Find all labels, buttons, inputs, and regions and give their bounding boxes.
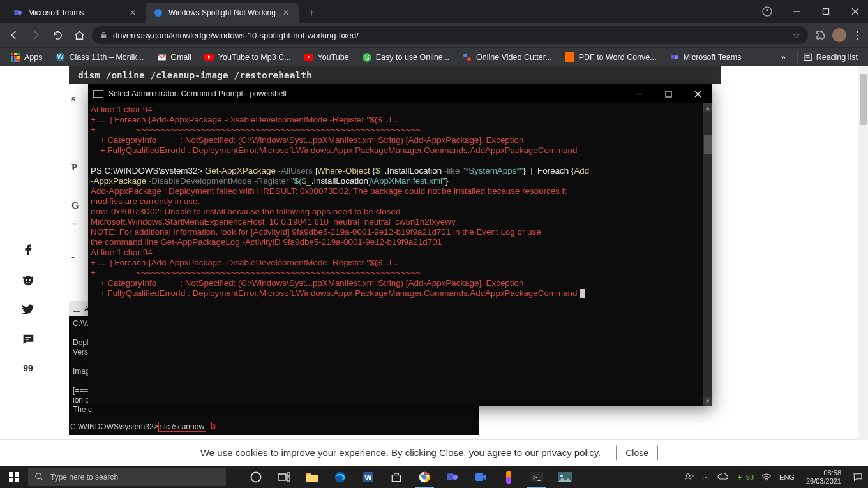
minimize-button[interactable] <box>624 84 654 103</box>
svg-point-69 <box>560 475 563 477</box>
cmd-lastline: C:\WINDOWS\system32>sfc /scannowb <box>70 420 477 431</box>
svg-text:W: W <box>364 473 372 482</box>
scroll-thumb[interactable] <box>860 74 867 125</box>
chrome-icon[interactable] <box>411 466 438 488</box>
onedrive-icon[interactable] <box>717 473 729 481</box>
close-button[interactable] <box>683 84 712 103</box>
bookmarks-overflow[interactable]: » <box>777 53 789 62</box>
taskview-icon[interactable] <box>271 466 297 488</box>
svg-line-49 <box>40 478 43 480</box>
new-tab-button[interactable]: ＋ <box>303 4 320 22</box>
pdf-icon <box>565 52 575 63</box>
taskbar-search[interactable]: Type here to search <box>28 468 226 486</box>
svg-rect-46 <box>9 478 13 482</box>
edge-icon[interactable] <box>327 466 354 488</box>
bookmark-item[interactable]: YouTube to Mp3 C... <box>199 50 296 65</box>
maximize-button[interactable] <box>654 84 683 103</box>
extensions-icon[interactable] <box>816 30 826 40</box>
clock[interactable]: 08:5826/03/2021 <box>802 469 845 485</box>
wordpress-icon: W <box>56 52 66 63</box>
star-icon[interactable]: ☆ <box>793 31 800 40</box>
privacy-link[interactable]: privacy policy <box>541 447 598 458</box>
cortana-icon[interactable] <box>243 466 269 488</box>
scroll-up-icon[interactable]: ▲ <box>703 103 712 112</box>
reload-button[interactable] <box>49 26 66 44</box>
apps-button[interactable]: Apps <box>5 50 48 65</box>
nav-right: ⋮ <box>812 28 863 42</box>
wifi-icon[interactable] <box>761 473 772 481</box>
close-icon[interactable]: ✕ <box>281 8 291 18</box>
teams-icon[interactable] <box>439 466 466 488</box>
svg-point-4 <box>766 9 768 11</box>
minimize-icon[interactable] <box>788 3 805 20</box>
ps-output[interactable]: At line:1 char:94+ ... | Foreach {Add-Ap… <box>88 103 703 406</box>
svg-rect-29 <box>675 55 678 59</box>
start-button[interactable] <box>0 466 28 488</box>
bookmark-item[interactable]: SEasy to use Online... <box>357 50 454 65</box>
maximize-icon[interactable] <box>817 3 835 20</box>
tray-chevron-icon[interactable]: ︿ <box>703 472 710 482</box>
bookmark-item[interactable]: Gmail <box>151 50 197 65</box>
meet-icon[interactable] <box>467 466 494 488</box>
comment-icon[interactable] <box>21 332 35 346</box>
bookmark-item[interactable]: Online Video Cutter... <box>457 50 557 65</box>
explorer-icon[interactable] <box>299 466 326 488</box>
svg-rect-55 <box>306 473 311 475</box>
reddit-icon[interactable] <box>20 272 36 286</box>
chrome-navbar: ☆ ⋮ <box>0 23 868 47</box>
photos-icon[interactable] <box>551 466 578 488</box>
facebook-icon[interactable] <box>21 242 35 256</box>
app-icon[interactable] <box>495 466 522 488</box>
store-icon[interactable] <box>383 466 410 488</box>
reading-list-button[interactable]: Reading list <box>797 50 863 64</box>
ps-scrollbar[interactable]: ▲ ▼ <box>703 103 712 406</box>
url-input[interactable] <box>113 31 788 40</box>
word-icon[interactable]: W <box>355 466 382 488</box>
social-rail: 99 <box>15 242 41 373</box>
close-icon[interactable]: ✕ <box>128 8 138 18</box>
readinglist-icon <box>803 52 812 62</box>
tab-label: Microsoft Teams <box>28 8 123 17</box>
address-bar[interactable]: ☆ <box>92 26 808 44</box>
svg-rect-6 <box>823 9 829 15</box>
back-button[interactable] <box>5 26 23 44</box>
svg-point-35 <box>29 279 31 281</box>
svg-rect-15 <box>17 56 20 59</box>
cookie-close-button[interactable]: Close <box>616 445 658 461</box>
twitter-icon[interactable] <box>20 303 36 316</box>
svg-point-50 <box>251 472 261 482</box>
ps-titlebar[interactable]: Select Administrator: Command Prompt - p… <box>88 84 712 103</box>
terminal-icon[interactable]: >_ <box>523 466 550 488</box>
site-icon <box>153 8 163 18</box>
bookmark-item[interactable]: YouTube <box>299 50 354 65</box>
chrome-tabbar: Microsoft Teams ✕ Windows Spotlight Not … <box>0 0 868 23</box>
gmail-icon <box>156 52 167 63</box>
notifications-icon[interactable] <box>853 472 863 482</box>
scroll-down-icon[interactable]: ▼ <box>703 397 712 406</box>
taskbar-apps: W >_ <box>243 466 578 488</box>
svg-rect-9 <box>101 34 107 38</box>
windows-taskbar: Type here to search W >_ ︿ 93 ENG 08:582… <box>0 466 868 488</box>
home-button[interactable] <box>70 26 88 44</box>
forward-button[interactable] <box>27 26 45 44</box>
menu-icon[interactable]: ⋮ <box>853 29 863 41</box>
tab-active[interactable]: Windows Spotlight Not Working ✕ <box>146 3 299 23</box>
battery-icon[interactable]: 93 <box>737 473 754 481</box>
bookmark-item[interactable]: WClass 11th – Monik... <box>50 50 149 65</box>
tab-teams[interactable]: Microsoft Teams ✕ <box>5 3 146 23</box>
bookmark-item[interactable]: Microsoft Teams <box>664 50 747 65</box>
svg-point-71 <box>691 475 693 477</box>
powershell-window[interactable]: Select Administrator: Command Prompt - p… <box>88 84 712 406</box>
close-icon[interactable] <box>846 3 864 20</box>
cookie-banner: We use cookies to improve your experienc… <box>0 439 858 466</box>
people-icon[interactable] <box>684 472 695 482</box>
system-tray: ︿ 93 ENG 08:5826/03/2021 <box>678 469 868 485</box>
lang-indicator[interactable]: ENG <box>779 473 795 481</box>
account-icon[interactable] <box>758 3 776 20</box>
page-scrollbar[interactable] <box>858 66 868 440</box>
bookmark-item[interactable]: PDF to Word Conve... <box>560 50 662 65</box>
svg-rect-44 <box>9 472 13 477</box>
scroll-thumb[interactable] <box>704 135 712 154</box>
profile-avatar[interactable] <box>832 28 846 42</box>
svg-point-48 <box>36 473 41 479</box>
